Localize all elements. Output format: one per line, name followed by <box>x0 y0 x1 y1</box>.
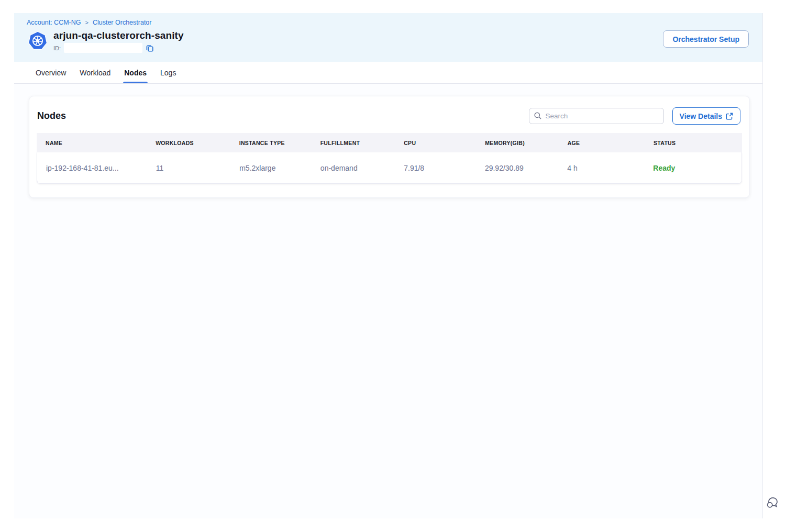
table-header-row: NAME WORKLOADS INSTANCE TYPE FULFILLMENT… <box>37 133 742 152</box>
cell-cpu: 7.91/8 <box>395 164 476 172</box>
cell-memory: 29.92/30.89 <box>476 164 558 172</box>
kubernetes-icon <box>28 31 48 51</box>
column-header-workloads: WORKLOADS <box>147 140 230 146</box>
tab-workload[interactable]: Workload <box>80 62 110 83</box>
cell-age: 4 h <box>558 164 644 172</box>
column-header-status: STATUS <box>645 140 742 146</box>
cell-node-name: ip-192-168-41-81.eu... <box>37 164 147 172</box>
cell-fulfillment: on-demand <box>312 164 395 172</box>
column-header-instance-type: INSTANCE TYPE <box>230 140 312 146</box>
cluster-id-value <box>64 43 142 53</box>
tab-logs[interactable]: Logs <box>160 62 176 83</box>
column-header-name: NAME <box>37 140 147 146</box>
nodes-table: NAME WORKLOADS INSTANCE TYPE FULFILLMENT… <box>37 133 742 184</box>
tab-overview[interactable]: Overview <box>36 62 66 83</box>
nodes-card-title: Nodes <box>37 110 66 121</box>
breadcrumb-section-link[interactable]: Cluster Orchestrator <box>93 19 152 26</box>
column-header-cpu: CPU <box>395 140 476 146</box>
table-row[interactable]: ip-192-168-41-81.eu... 11 m5.2xlarge on-… <box>37 152 742 184</box>
view-details-button[interactable]: View Details <box>672 107 740 125</box>
breadcrumb-account-link[interactable]: Account: CCM-NG <box>27 19 81 26</box>
cluster-header: Account: CCM-NG > Cluster Orchestrator <box>14 13 762 62</box>
app-window: Account: CCM-NG > Cluster Orchestrator <box>14 13 763 518</box>
tab-nodes[interactable]: Nodes <box>124 62 147 83</box>
breadcrumb: Account: CCM-NG > Cluster Orchestrator <box>27 19 750 26</box>
copy-icon[interactable] <box>146 43 154 52</box>
orchestrator-setup-button[interactable]: Orchestrator Setup <box>663 30 749 48</box>
cell-instance-type: m5.2xlarge <box>230 164 312 172</box>
nodes-card: Nodes View Details <box>29 96 750 198</box>
column-header-age: AGE <box>559 140 645 146</box>
search-icon <box>534 112 542 122</box>
search-input[interactable] <box>529 108 664 124</box>
content-area: Nodes View Details <box>14 84 762 518</box>
cluster-id-label: ID: <box>53 45 61 51</box>
search-box <box>529 108 664 124</box>
view-details-label: View Details <box>680 112 722 120</box>
status-badge: Ready <box>644 164 741 172</box>
cluster-tabbar: Overview Workload Nodes Logs <box>14 62 762 84</box>
page-title: arjun-qa-clusterorch-sanity <box>53 30 184 41</box>
breadcrumb-separator: > <box>85 19 88 26</box>
external-link-icon <box>726 113 733 120</box>
column-header-fulfillment: FULFILLMENT <box>312 140 395 146</box>
chat-bubbles-icon[interactable] <box>765 495 780 509</box>
cell-workloads: 11 <box>147 164 230 172</box>
column-header-memory: MEMORY(GIB) <box>476 140 559 146</box>
